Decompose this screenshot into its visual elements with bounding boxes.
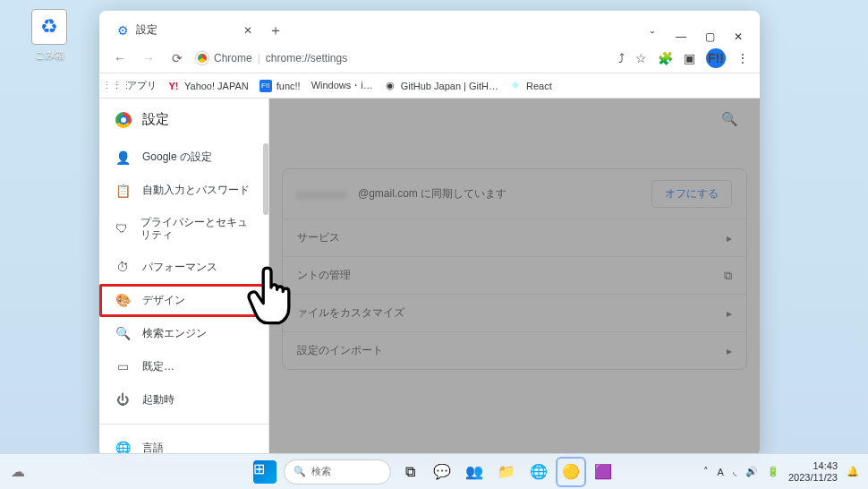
recycle-bin-label: ごみ箱	[27, 48, 72, 62]
address-url: chrome://settings	[266, 52, 347, 64]
react-icon: ⚛	[509, 80, 522, 92]
system-tray: ˄ A ◟ 🔊 🔋 14:43 2023/11/23 🔔	[703, 460, 859, 482]
nav-reload-button[interactable]: ⟳	[167, 48, 187, 68]
github-icon: ◉	[384, 80, 396, 92]
chrome-taskbar-icon[interactable]: 🟡	[557, 459, 584, 485]
gear-icon: ⚙	[117, 23, 129, 38]
recycle-bin[interactable]: ♻ ごみ箱	[27, 9, 72, 62]
start-button[interactable]: ⊞	[251, 459, 278, 485]
search-icon: 🔍	[294, 466, 306, 477]
weather-widget[interactable]: ☁	[11, 463, 25, 480]
taskbar-search-placeholder: 検索	[311, 465, 331, 478]
sidebar-item-appearance[interactable]: 🎨デザイン	[99, 284, 268, 317]
task-view-icon[interactable]: ⧉	[396, 459, 423, 485]
star-icon[interactable]: ☆	[635, 51, 647, 65]
address-bar[interactable]: Chrome | chrome://settings	[196, 52, 609, 64]
teams-icon[interactable]: 👥	[461, 459, 488, 485]
browser-icon: ▭	[115, 359, 130, 373]
taskbar-search[interactable]: 🔍検索	[284, 459, 391, 485]
speedometer-icon: ⏱	[115, 260, 130, 274]
bookmark-func[interactable]: F!!func!!	[260, 80, 301, 92]
sidebar-title: 設定	[142, 111, 169, 128]
sidebar-item-startup[interactable]: ⏻起動時	[99, 383, 268, 416]
bookmarks-bar: ⋮⋮⋮アプリ Y!Yahoo! JAPAN F!!func!! Windows・…	[99, 73, 760, 99]
side-panel-icon[interactable]: ▣	[684, 51, 695, 65]
nav-forward-button[interactable]: →	[139, 48, 158, 68]
page-content: 設定 👤Google の設定 📋自動入力とパスワード 🛡プライバシーとセキュリテ…	[99, 99, 760, 457]
address-separator: |	[258, 52, 260, 64]
settings-sidebar: 設定 👤Google の設定 📋自動入力とパスワード 🛡プライバシーとセキュリテ…	[99, 99, 269, 457]
window-maximize-button[interactable]: ▢	[701, 30, 719, 43]
bookmark-yahoo[interactable]: Y!Yahoo! JAPAN	[167, 80, 249, 92]
sidebar-item-privacy[interactable]: 🛡プライバシーとセキュリティ	[99, 207, 268, 251]
shield-icon: 🛡	[115, 221, 128, 236]
dim-overlay	[269, 99, 760, 457]
sidebar-item-default-browser[interactable]: ▭既定…	[99, 350, 268, 383]
tab-strip: ⚙ 設定 ✕ ＋ ˇ ― ▢ ✕	[99, 11, 760, 43]
search-icon: 🔍	[115, 326, 130, 340]
sidebar-divider	[99, 424, 268, 425]
wifi-icon[interactable]: ◟	[733, 466, 736, 477]
bookmark-windows[interactable]: Windows・i…	[311, 79, 373, 92]
chrome-window: ⚙ 設定 ✕ ＋ ˇ ― ▢ ✕ ← → ⟳ Chrome | chrome:/…	[99, 11, 760, 457]
sidebar-item-google[interactable]: 👤Google の設定	[99, 141, 268, 174]
ime-indicator[interactable]: A	[718, 467, 724, 477]
window-minimize-button[interactable]: ―	[672, 30, 690, 43]
func-icon: F!!	[260, 80, 272, 92]
sidebar-item-search-engine[interactable]: 🔍検索エンジン	[99, 317, 268, 350]
battery-icon[interactable]: 🔋	[767, 466, 779, 477]
chat-icon[interactable]: 💬	[429, 459, 455, 485]
bookmark-react[interactable]: ⚛React	[509, 80, 552, 92]
edge-icon[interactable]: 🌐	[525, 459, 552, 485]
extensions-icon[interactable]: 🧩	[658, 51, 673, 65]
chrome-icon	[196, 52, 208, 64]
sidebar-item-autofill[interactable]: 📋自動入力とパスワード	[99, 174, 268, 207]
chrome-logo-icon	[115, 112, 132, 128]
yahoo-icon: Y!	[167, 80, 180, 92]
profile-avatar[interactable]: F!!	[706, 48, 726, 68]
omnibar: ← → ⟳ Chrome | chrome://settings ⤴ ☆ 🧩 ▣…	[99, 43, 760, 73]
sidebar-item-performance[interactable]: ⏱パフォーマンス	[99, 251, 268, 284]
person-icon: 👤	[115, 150, 130, 165]
window-controls: ˇ ― ▢ ✕	[643, 23, 760, 43]
window-close-button[interactable]: ✕	[729, 30, 747, 43]
app-icon[interactable]: 🟪	[590, 459, 617, 485]
volume-icon[interactable]: 🔊	[745, 466, 758, 477]
power-icon: ⏻	[115, 392, 130, 407]
recycle-bin-icon: ♻	[31, 9, 67, 45]
taskbar: ☁ ⊞ 🔍検索 ⧉ 💬 👥 📁 🌐 🟡 🟪 ˄ A ◟ 🔊 🔋 14:43 20…	[0, 453, 868, 489]
share-icon[interactable]: ⤴	[618, 51, 625, 65]
address-origin: Chrome	[214, 52, 252, 64]
tray-chevron-icon[interactable]: ˄	[703, 466, 709, 477]
apps-grid-icon: ⋮⋮⋮	[110, 80, 123, 92]
new-tab-button[interactable]: ＋	[263, 18, 288, 43]
kebab-menu-icon[interactable]: ⋮	[736, 51, 749, 65]
clock[interactable]: 14:43 2023/11/23	[788, 460, 838, 482]
clock-date: 2023/11/23	[788, 472, 838, 483]
settings-main: 🔍 xxxxxxx @gmail.com に同期しています オフにする サービス…	[269, 99, 760, 457]
tab-title: 設定	[136, 22, 157, 38]
bookmark-apps[interactable]: ⋮⋮⋮アプリ	[110, 79, 157, 92]
bookmark-github[interactable]: ◉GitHub Japan | GitH…	[384, 80, 498, 92]
explorer-icon[interactable]: 📁	[493, 459, 520, 485]
notifications-icon[interactable]: 🔔	[847, 466, 859, 477]
taskbar-center: ⊞ 🔍検索 ⧉ 💬 👥 📁 🌐 🟡 🟪	[251, 459, 617, 485]
nav-back-button[interactable]: ←	[110, 48, 130, 68]
sidebar-scrollbar[interactable]	[263, 143, 268, 215]
clipboard-icon: 📋	[115, 184, 130, 198]
tab-settings[interactable]: ⚙ 設定 ✕	[106, 17, 263, 43]
clock-time: 14:43	[788, 460, 838, 471]
palette-icon: 🎨	[115, 293, 130, 307]
sidebar-header: 設定	[99, 99, 268, 141]
tab-close-icon[interactable]: ✕	[243, 24, 252, 37]
window-chevron-icon[interactable]: ˇ	[643, 30, 661, 43]
